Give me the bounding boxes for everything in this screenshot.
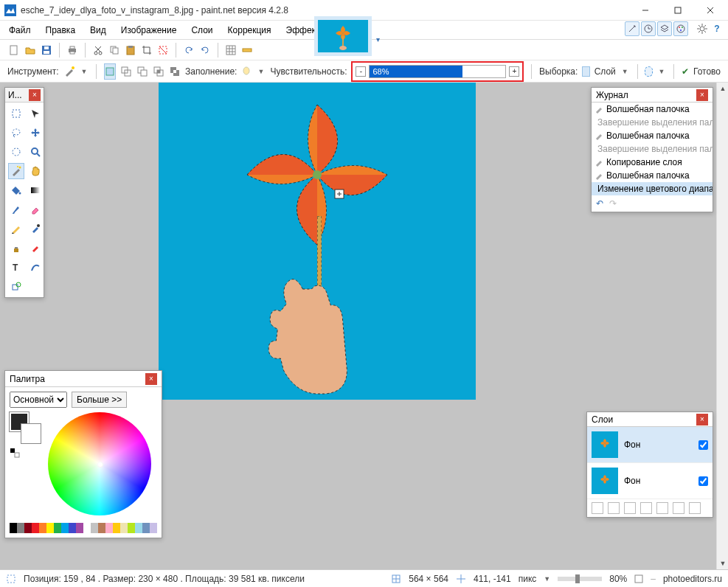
fg-bg-swatches[interactable] <box>10 412 42 515</box>
swatch[interactable] <box>46 523 54 533</box>
history-panel[interactable]: Журнал× Волшебная палочкаЗавершение выде… <box>591 87 713 212</box>
history-item[interactable]: Копирование слоя <box>592 156 713 169</box>
swatch[interactable] <box>61 523 69 533</box>
tool-ellipse-select[interactable] <box>8 144 24 160</box>
history-item[interactable]: Волшебная палочка <box>592 129 713 142</box>
layers-panel[interactable]: Слои× ФонФон <box>586 411 713 518</box>
palette-window[interactable]: Палитра× Основной Больше >> <box>4 370 162 538</box>
tool-clone[interactable] <box>8 240 24 256</box>
layer-up-icon[interactable] <box>656 502 668 514</box>
tool-rect-select[interactable] <box>8 105 24 122</box>
menu-adjust[interactable]: Коррекция <box>221 22 279 38</box>
menu-view[interactable]: Вид <box>83 22 114 38</box>
swatch[interactable] <box>32 523 39 533</box>
swatch[interactable] <box>150 523 157 533</box>
palette-close-button[interactable]: × <box>145 373 157 385</box>
tool-eraser[interactable] <box>27 201 44 218</box>
undo-icon[interactable] <box>182 44 195 57</box>
swatch[interactable] <box>142 523 150 533</box>
swatch[interactable] <box>17 523 24 533</box>
layer-visible-checkbox[interactable] <box>698 476 708 486</box>
swatch[interactable] <box>91 523 98 533</box>
deselect-icon[interactable] <box>156 44 170 57</box>
tool-lasso[interactable] <box>8 125 24 141</box>
history-close-button[interactable]: × <box>696 89 708 101</box>
tool-move[interactable] <box>27 125 44 141</box>
selection-shape-dropdown-icon[interactable]: ▼ <box>657 68 667 75</box>
layer-row[interactable]: Фон <box>587 427 713 463</box>
swatch[interactable] <box>54 523 61 533</box>
swatch[interactable] <box>39 523 46 533</box>
panel-history-toggle[interactable] <box>641 21 656 36</box>
new-file-icon[interactable] <box>7 44 21 57</box>
history-item[interactable]: Изменение цветового диапазона <box>592 182 713 195</box>
tolerance-plus-button[interactable]: + <box>509 66 519 77</box>
selection-replace-icon[interactable] <box>104 63 116 80</box>
document-thumbnail[interactable] <box>314 16 372 56</box>
menu-image[interactable]: Изображение <box>114 22 184 38</box>
print-icon[interactable] <box>66 44 79 57</box>
layer-visible-checkbox[interactable] <box>698 440 708 450</box>
sampling-dropdown-icon[interactable]: ▼ <box>620 68 630 75</box>
panel-layers-toggle[interactable] <box>657 21 672 36</box>
tools-window-close-button[interactable]: × <box>29 89 41 101</box>
selection-xor-icon[interactable] <box>169 63 181 80</box>
layer-add-icon[interactable] <box>592 502 603 514</box>
swatch[interactable] <box>83 523 91 533</box>
history-item[interactable]: Волшебная палочка <box>592 169 713 182</box>
swatch[interactable] <box>120 523 128 533</box>
tool-move-selection[interactable] <box>27 105 44 122</box>
tool-zoom[interactable] <box>27 144 44 160</box>
palette-more-button[interactable]: Больше >> <box>72 392 127 408</box>
tool-recolor[interactable] <box>27 240 44 256</box>
layer-duplicate-icon[interactable] <box>624 502 636 514</box>
panel-colors-toggle[interactable] <box>673 21 688 36</box>
save-icon[interactable] <box>40 44 53 57</box>
ruler-icon[interactable] <box>240 44 254 57</box>
settings-icon[interactable] <box>696 22 709 35</box>
fill-dropdown-icon[interactable]: ▼ <box>256 68 266 75</box>
tool-fill[interactable] <box>8 182 24 198</box>
tool-shapes[interactable] <box>8 278 24 294</box>
close-button[interactable] <box>694 0 727 21</box>
status-units[interactable]: пикс <box>519 574 537 584</box>
sampling-layer-icon[interactable] <box>582 66 589 77</box>
swatch[interactable] <box>113 523 120 533</box>
swatch[interactable] <box>135 523 142 533</box>
tool-line[interactable] <box>27 259 44 275</box>
layers-close-button[interactable]: × <box>696 414 708 426</box>
open-file-icon[interactable] <box>24 44 37 57</box>
layer-props-icon[interactable] <box>689 502 701 514</box>
menu-file[interactable]: Файл <box>1 22 38 38</box>
maximize-button[interactable] <box>662 0 694 21</box>
layer-row[interactable]: Фон <box>587 463 713 499</box>
cut-icon[interactable] <box>91 44 105 57</box>
commit-label[interactable]: Готово <box>693 66 721 77</box>
units-dropdown-icon[interactable]: ▼ <box>544 575 550 583</box>
paste-icon[interactable] <box>124 44 137 57</box>
selection-intersect-icon[interactable] <box>153 63 164 80</box>
scroll-up-icon[interactable]: ▲ <box>717 83 728 94</box>
thumb-chevron-icon[interactable]: ▾ <box>376 35 380 44</box>
swatch[interactable] <box>105 523 113 533</box>
zoom-fit-icon[interactable] <box>634 574 643 583</box>
tool-pan[interactable] <box>27 163 44 179</box>
history-undo-icon[interactable]: ↶ <box>596 198 603 209</box>
layer-delete-icon[interactable] <box>608 502 620 514</box>
grid-icon[interactable] <box>224 44 238 57</box>
minimize-button[interactable] <box>629 0 662 21</box>
swatch[interactable] <box>10 523 17 533</box>
crop-icon[interactable] <box>140 44 153 57</box>
color-wheel[interactable] <box>48 412 151 515</box>
menu-edit[interactable]: Правка <box>38 22 83 38</box>
history-item[interactable]: Волшебная палочка <box>592 103 713 116</box>
swatch[interactable] <box>98 523 105 533</box>
palette-swatches[interactable] <box>10 523 157 533</box>
vertical-scrollbar[interactable]: ▲ ▼ <box>716 83 728 569</box>
palette-mode-select[interactable]: Основной <box>10 392 67 408</box>
swatch[interactable] <box>24 523 32 533</box>
layer-merge-icon[interactable] <box>640 502 652 514</box>
tool-brush[interactable] <box>8 201 24 218</box>
swatch[interactable] <box>128 523 135 533</box>
tool-eyedropper[interactable] <box>27 220 44 237</box>
